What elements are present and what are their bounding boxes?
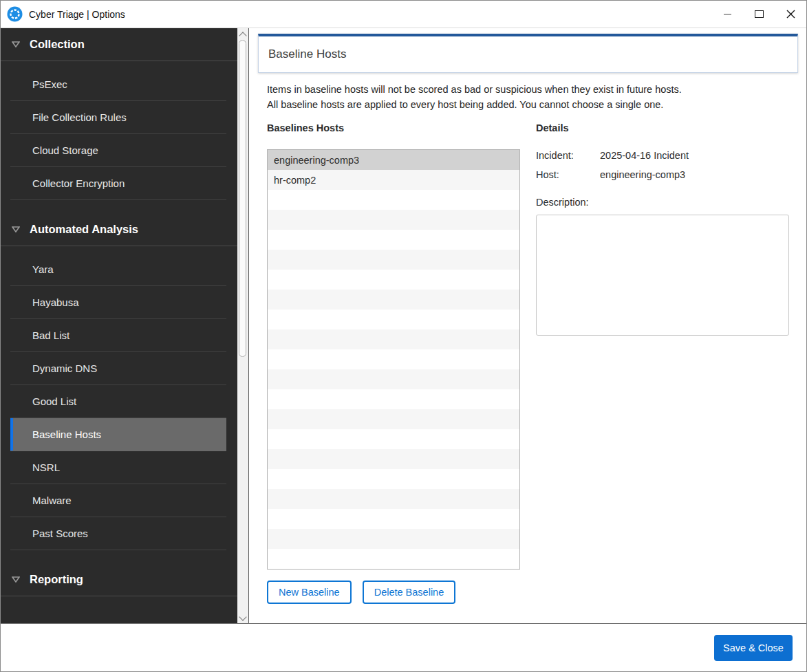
baseline-hosts-list[interactable]: engineering-comp3 hr-comp2 [267, 149, 520, 570]
section-reporting: Reporting [1, 563, 237, 596]
scroll-up-icon[interactable] [239, 32, 246, 39]
host-value: engineering-comp3 [600, 169, 789, 180]
list-empty-row [268, 270, 519, 290]
sidebar-item-cloud-storage[interactable]: Cloud Storage [10, 134, 226, 167]
scroll-down-icon[interactable] [239, 613, 246, 620]
window-controls [711, 1, 806, 28]
close-button[interactable] [775, 1, 806, 28]
navigation-sidebar: Collection PsExec File Collection Rules … [1, 28, 237, 623]
page-title: Baseline Hosts [268, 47, 346, 61]
section-items: PsExec File Collection Rules Cloud Stora… [1, 61, 237, 200]
section-header-automated-analysis[interactable]: Automated Analysis [1, 213, 237, 246]
sidebar-item-good-list[interactable]: Good List [10, 385, 226, 418]
description-line-2: All baseline hosts are applied to every … [267, 98, 806, 113]
list-empty-row [268, 369, 519, 389]
sidebar-item-baseline-hosts[interactable]: Baseline Hosts [10, 418, 226, 451]
sidebar-item-file-collection-rules[interactable]: File Collection Rules [10, 101, 226, 134]
section-label: Automated Analysis [30, 223, 138, 236]
list-item[interactable]: hr-comp2 [268, 170, 519, 190]
title-bar: Cyber Triage | Options [1, 1, 806, 28]
minimize-button[interactable] [711, 1, 743, 28]
list-empty-row [268, 489, 519, 509]
page-description: Items in baseline hosts will not be scor… [267, 83, 806, 112]
list-empty-row [268, 230, 519, 250]
list-empty-row [268, 310, 519, 329]
delete-baseline-button[interactable]: Delete Baseline [363, 581, 456, 604]
sidebar-item-dynamic-dns[interactable]: Dynamic DNS [10, 352, 226, 385]
section-collection: Collection PsExec File Collection Rules … [1, 28, 237, 200]
close-icon [786, 10, 795, 19]
sidebar-item-yara[interactable]: Yara [10, 253, 226, 286]
incident-value: 2025-04-16 Incident [600, 150, 789, 161]
sidebar-item-past-scores[interactable]: Past Scores [10, 517, 226, 550]
section-label: Reporting [30, 573, 83, 586]
cyber-triage-logo-icon [7, 6, 23, 22]
maximize-icon [755, 10, 764, 18]
details-label: Details [536, 122, 789, 133]
section-header-reporting[interactable]: Reporting [1, 563, 237, 596]
baselines-hosts-column: Baselines Hosts engineering-comp3 hr-com… [267, 122, 520, 604]
list-empty-row [268, 409, 519, 429]
chevron-down-icon [12, 41, 20, 47]
new-baseline-button[interactable]: New Baseline [267, 581, 352, 604]
description-input[interactable] [536, 215, 789, 336]
section-label: Collection [30, 38, 85, 51]
footer-bar: Save & Close [1, 623, 806, 671]
list-empty-row [268, 509, 519, 529]
sidebar-item-hayabusa[interactable]: Hayabusa [10, 286, 226, 319]
list-empty-row [268, 429, 519, 449]
list-empty-row [268, 389, 519, 409]
list-empty-row [268, 210, 519, 230]
list-empty-row [268, 329, 519, 349]
list-empty-row [268, 190, 519, 210]
list-item[interactable]: engineering-comp3 [268, 150, 519, 170]
section-automated-analysis: Automated Analysis Yara Hayabusa Bad Lis… [1, 213, 237, 550]
list-empty-row [268, 449, 519, 469]
sidebar-scrollbar[interactable] [237, 28, 249, 623]
sidebar-item-psexec[interactable]: PsExec [10, 68, 226, 101]
list-empty-row [268, 469, 519, 489]
list-empty-row [268, 250, 519, 270]
sidebar-item-nsrl[interactable]: NSRL [10, 451, 226, 484]
details-grid: Incident: 2025-04-16 Incident Host: engi… [536, 150, 789, 180]
section-items: Yara Hayabusa Bad List Dynamic DNS Good … [1, 246, 237, 550]
sidebar-item-collector-encryption[interactable]: Collector Encryption [10, 167, 226, 200]
section-header-collection[interactable]: Collection [1, 28, 237, 61]
chevron-down-icon [12, 576, 20, 583]
description-line-1: Items in baseline hosts will not be scor… [267, 83, 806, 98]
list-empty-row [268, 349, 519, 369]
description-label: Description: [536, 197, 789, 208]
window-title: Cyber Triage | Options [29, 9, 125, 20]
list-empty-row [268, 290, 519, 310]
sidebar-item-malware[interactable]: Malware [10, 484, 226, 517]
baseline-hosts-panel: Baseline Hosts Items in baseline hosts w… [249, 28, 806, 623]
minimize-icon [724, 14, 731, 15]
options-window: Cyber Triage | Options [0, 0, 807, 672]
window-body: Collection PsExec File Collection Rules … [1, 28, 806, 623]
save-close-button[interactable]: Save & Close [714, 635, 793, 661]
chevron-down-icon [12, 226, 20, 232]
list-empty-row [268, 549, 519, 569]
page-title-card: Baseline Hosts [258, 34, 798, 73]
maximize-button[interactable] [743, 1, 775, 28]
sidebar-item-bad-list[interactable]: Bad List [10, 319, 226, 352]
list-empty-row [268, 529, 519, 549]
host-label: Host: [536, 169, 600, 180]
incident-label: Incident: [536, 150, 600, 161]
scrollbar-thumb[interactable] [239, 40, 246, 357]
details-column: Details Incident: 2025-04-16 Incident Ho… [536, 122, 789, 604]
baselines-hosts-label: Baselines Hosts [267, 122, 520, 133]
